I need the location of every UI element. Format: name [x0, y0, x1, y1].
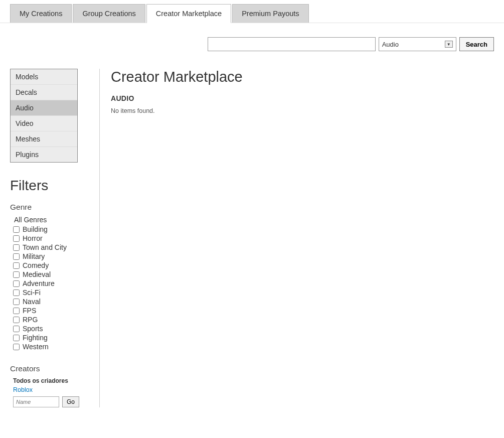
genre-item-comedy[interactable]: Comedy — [13, 261, 90, 270]
category-select[interactable]: Audio ▼ — [379, 37, 456, 51]
genre-item-fps[interactable]: FPS — [13, 306, 90, 315]
genre-item-sports[interactable]: Sports — [13, 324, 90, 333]
genre-item-fighting[interactable]: Fighting — [13, 333, 90, 342]
genre-checkbox[interactable] — [13, 253, 20, 260]
sidenav-models[interactable]: Models — [11, 69, 77, 85]
genre-list: All Genres Building Horror Town and City… — [10, 216, 90, 351]
genre-checkbox[interactable] — [13, 317, 20, 323]
genre-title: Genre — [10, 203, 90, 212]
content-area: Models Decals Audio Video Meshes Plugins… — [0, 56, 504, 420]
section-label: AUDIO — [111, 94, 494, 102]
genre-item-western[interactable]: Western — [13, 342, 90, 351]
genre-all-label[interactable]: All Genres — [13, 216, 90, 224]
creators-filter-section: Creators Todos os criadores Roblox Go — [10, 364, 90, 407]
tab-creator-marketplace[interactable]: Creator Marketplace — [146, 4, 231, 23]
sidenav-decals[interactable]: Decals — [11, 85, 77, 100]
genre-checkbox[interactable] — [13, 335, 20, 341]
top-tabs: My Creations Group Creations Creator Mar… — [0, 0, 504, 23]
tab-premium-payouts[interactable]: Premium Payouts — [232, 4, 308, 23]
main-panel: Creator Marketplace AUDIO No items found… — [109, 69, 494, 407]
genre-item-military[interactable]: Military — [13, 252, 90, 261]
genre-item-town-and-city[interactable]: Town and City — [13, 243, 90, 252]
creators-title: Creators — [10, 364, 90, 373]
tab-my-creations[interactable]: My Creations — [10, 4, 72, 23]
search-input[interactable] — [208, 37, 376, 51]
page-title: Creator Marketplace — [111, 69, 494, 85]
genre-item-building[interactable]: Building — [13, 225, 90, 234]
genre-checkbox[interactable] — [13, 344, 20, 350]
creators-roblox-link[interactable]: Roblox — [10, 386, 90, 393]
genre-checkbox[interactable] — [13, 326, 20, 332]
side-nav: Models Decals Audio Video Meshes Plugins — [10, 69, 78, 163]
genre-checkbox[interactable] — [13, 308, 20, 314]
filters-heading: Filters — [10, 178, 90, 194]
search-bar: Audio ▼ Search — [0, 23, 504, 56]
genre-item-adventure[interactable]: Adventure — [13, 279, 90, 288]
empty-state-message: No items found. — [111, 107, 494, 114]
category-selected-label: Audio — [382, 41, 445, 48]
genre-checkbox[interactable] — [13, 289, 20, 296]
genre-checkbox[interactable] — [13, 299, 20, 305]
genre-item-rpg[interactable]: RPG — [13, 315, 90, 324]
sidebar: Models Decals Audio Video Meshes Plugins… — [10, 69, 90, 407]
genre-item-naval[interactable]: Naval — [13, 297, 90, 306]
sidenav-video[interactable]: Video — [11, 116, 77, 131]
genre-checkbox[interactable] — [13, 235, 20, 242]
chevron-down-icon: ▼ — [445, 41, 453, 48]
genre-checkbox[interactable] — [13, 244, 20, 251]
sidenav-meshes[interactable]: Meshes — [11, 131, 77, 147]
go-button[interactable]: Go — [62, 396, 79, 407]
genre-item-medieval[interactable]: Medieval — [13, 270, 90, 279]
vertical-divider — [99, 69, 100, 407]
creators-subtitle: Todos os criadores — [10, 377, 90, 384]
genre-checkbox[interactable] — [13, 280, 20, 287]
genre-item-horror[interactable]: Horror — [13, 234, 90, 243]
genre-item-sci-fi[interactable]: Sci-Fi — [13, 288, 90, 297]
creator-name-input[interactable] — [13, 396, 59, 407]
genre-filter-section: Genre All Genres Building Horror Town an… — [10, 203, 90, 351]
genre-checkbox[interactable] — [13, 271, 20, 278]
genre-checkbox[interactable] — [13, 226, 20, 233]
tab-group-creations[interactable]: Group Creations — [73, 4, 145, 23]
sidenav-audio[interactable]: Audio — [11, 100, 77, 116]
genre-checkbox[interactable] — [13, 262, 20, 269]
sidenav-plugins[interactable]: Plugins — [11, 147, 77, 162]
creators-search-row: Go — [10, 396, 90, 407]
search-button[interactable]: Search — [459, 37, 494, 51]
